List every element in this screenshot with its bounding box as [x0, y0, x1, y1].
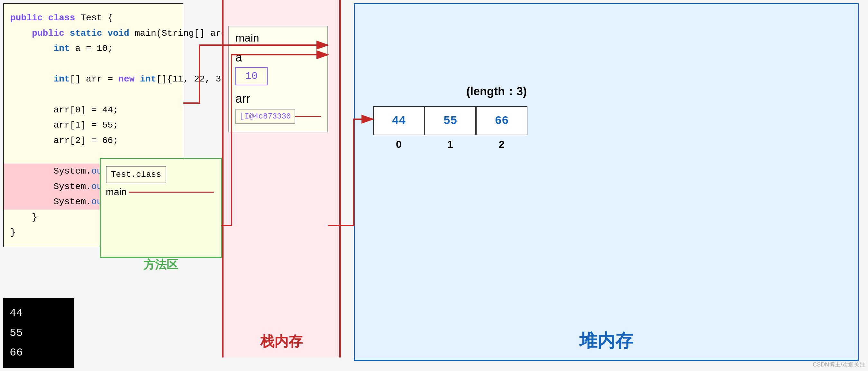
stack-frame: main a 10 arr [I@4c873330 — [228, 26, 328, 132]
code-line-9: arr[2] = 66; — [10, 133, 176, 148]
code-line-8: arr[1] = 55; — [10, 118, 176, 133]
heap-cell-2: 66 — [476, 106, 527, 135]
terminal-line-1: 44 — [10, 303, 67, 323]
var-a-name: a — [236, 51, 321, 64]
method-area: Test.class main 方法区 — [100, 158, 222, 258]
class-box: Test.class — [106, 166, 166, 183]
heap-index-1: 1 — [425, 139, 476, 150]
code-line-7: arr[0] = 44; — [10, 103, 176, 118]
method-area-label: 方法区 — [144, 257, 178, 273]
method-arrow-line — [129, 192, 214, 193]
method-row: main — [106, 187, 216, 197]
stack-label: 栈内存 — [260, 332, 303, 351]
watermark: CSDN博主/欢迎关注 — [813, 361, 865, 368]
arr-pointer-line — [295, 116, 321, 117]
var-arr-name: arr — [236, 92, 321, 106]
frame-title: main — [236, 32, 321, 44]
heap-index-2: 2 — [476, 139, 527, 150]
arr-row: [I@4c873330 — [236, 109, 321, 124]
code-line-6 — [10, 87, 176, 103]
code-line-1: public class Test { — [10, 10, 176, 26]
heap-index-0: 0 — [373, 139, 425, 150]
arr-value: [I@4c873330 — [236, 109, 295, 124]
terminal-line-2: 55 — [10, 323, 67, 343]
method-entry-label: main — [106, 187, 127, 197]
code-line-4 — [10, 56, 176, 72]
heap-length-label: (length：3) — [466, 84, 527, 99]
heap-cell-0: 44 — [373, 106, 425, 135]
code-line-5: int[] arr = new int[]{11, 22, 33}; — [10, 72, 176, 87]
heap-label: 堆内存 — [579, 329, 633, 353]
var-a-value: 10 — [236, 67, 268, 85]
code-line-2: public static void main(String[] args) { — [10, 26, 176, 41]
terminal: 44 55 66 — [3, 298, 74, 368]
terminal-line-3: 66 — [10, 343, 67, 363]
heap-index-row: 0 1 2 — [373, 139, 527, 150]
heap-cell-1: 55 — [425, 106, 476, 135]
heap-region: 堆内存 — [354, 3, 859, 361]
code-line-3: int a = 10; — [10, 41, 176, 56]
heap-array: 44 55 66 — [373, 106, 527, 135]
